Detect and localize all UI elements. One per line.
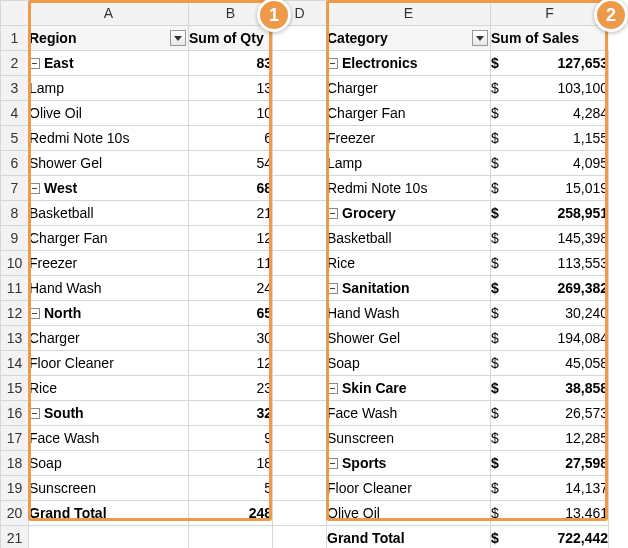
empty-cell[interactable] [273, 226, 327, 251]
region-item[interactable]: Charger [29, 326, 189, 351]
row-header[interactable]: 15 [1, 376, 29, 401]
grand-total-label[interactable]: Grand Total [327, 526, 491, 549]
row-header[interactable]: 20 [1, 501, 29, 526]
empty-cell[interactable] [273, 176, 327, 201]
region-group-total[interactable]: 32 [189, 401, 273, 426]
collapse-icon[interactable] [29, 408, 40, 419]
currency-symbol[interactable]: $ [491, 401, 527, 426]
category-item[interactable]: Freezer [327, 126, 491, 151]
currency-symbol[interactable]: $ [491, 376, 527, 401]
category-group-total[interactable]: 258,951 [527, 201, 609, 226]
empty-cell[interactable] [273, 151, 327, 176]
category-group[interactable]: Sports [327, 451, 491, 476]
row-header[interactable]: 4 [1, 101, 29, 126]
currency-symbol[interactable]: $ [491, 251, 527, 276]
region-item-value[interactable]: 12 [189, 351, 273, 376]
currency-symbol[interactable]: $ [491, 301, 527, 326]
row-header[interactable]: 19 [1, 476, 29, 501]
currency-symbol[interactable]: $ [491, 201, 527, 226]
category-item-value[interactable]: 113,553 [527, 251, 609, 276]
region-group[interactable]: North [29, 301, 189, 326]
category-group-total[interactable]: 27,598 [527, 451, 609, 476]
collapse-icon[interactable] [327, 383, 338, 394]
pivot-region-header[interactable]: Region [29, 26, 189, 51]
category-item-value[interactable]: 4,284 [527, 101, 609, 126]
empty-cell[interactable] [273, 251, 327, 276]
category-item[interactable]: Face Wash [327, 401, 491, 426]
empty-cell[interactable] [273, 326, 327, 351]
empty-cell[interactable] [273, 376, 327, 401]
pivot-sumqty-header[interactable]: Sum of Qty [189, 26, 273, 51]
collapse-icon[interactable] [327, 283, 338, 294]
category-item-value[interactable]: 145,398 [527, 226, 609, 251]
category-item-value[interactable]: 26,573 [527, 401, 609, 426]
region-item[interactable]: Face Wash [29, 426, 189, 451]
collapse-icon[interactable] [29, 183, 40, 194]
grand-total-label[interactable]: Grand Total [29, 501, 189, 526]
empty-cell[interactable] [273, 451, 327, 476]
category-item-value[interactable]: 1,155 [527, 126, 609, 151]
region-item[interactable]: Hand Wash [29, 276, 189, 301]
currency-symbol[interactable]: $ [491, 276, 527, 301]
empty-cell[interactable] [189, 526, 273, 549]
category-item[interactable]: Soap [327, 351, 491, 376]
category-item[interactable]: Redmi Note 10s [327, 176, 491, 201]
region-group[interactable]: East [29, 51, 189, 76]
category-item-value[interactable]: 15,019 [527, 176, 609, 201]
currency-symbol[interactable]: $ [491, 76, 527, 101]
row-header[interactable]: 6 [1, 151, 29, 176]
category-item-value[interactable]: 13,461 [527, 501, 609, 526]
category-group[interactable]: Skin Care [327, 376, 491, 401]
category-group-total[interactable]: 127,653 [527, 51, 609, 76]
category-item-value[interactable]: 194,084 [527, 326, 609, 351]
category-item[interactable]: Lamp [327, 151, 491, 176]
region-item[interactable]: Lamp [29, 76, 189, 101]
region-item[interactable]: Soap [29, 451, 189, 476]
region-item-value[interactable]: 5 [189, 476, 273, 501]
region-item-value[interactable]: 9 [189, 426, 273, 451]
category-item[interactable]: Rice [327, 251, 491, 276]
region-item-value[interactable]: 30 [189, 326, 273, 351]
row-header[interactable]: 11 [1, 276, 29, 301]
region-group[interactable]: South [29, 401, 189, 426]
row-header[interactable]: 3 [1, 76, 29, 101]
empty-cell[interactable] [273, 76, 327, 101]
currency-symbol[interactable]: $ [491, 126, 527, 151]
region-item[interactable]: Freezer [29, 251, 189, 276]
empty-cell[interactable] [273, 401, 327, 426]
row-header[interactable]: 21 [1, 526, 29, 549]
category-item-value[interactable]: 14,137 [527, 476, 609, 501]
region-item-value[interactable]: 11 [189, 251, 273, 276]
grand-total-value[interactable]: 722,442 [527, 526, 609, 549]
currency-symbol[interactable]: $ [491, 226, 527, 251]
category-group-total[interactable]: 269,382 [527, 276, 609, 301]
row-header[interactable]: 18 [1, 451, 29, 476]
row-header[interactable]: 10 [1, 251, 29, 276]
region-item[interactable]: Charger Fan [29, 226, 189, 251]
collapse-icon[interactable] [327, 208, 338, 219]
empty-cell[interactable] [273, 301, 327, 326]
region-item-value[interactable]: 10 [189, 101, 273, 126]
currency-symbol[interactable]: $ [491, 501, 527, 526]
row-header[interactable]: 7 [1, 176, 29, 201]
collapse-icon[interactable] [327, 58, 338, 69]
region-item[interactable]: Sunscreen [29, 476, 189, 501]
category-item[interactable]: Charger Fan [327, 101, 491, 126]
empty-cell[interactable] [273, 476, 327, 501]
category-item-value[interactable]: 30,240 [527, 301, 609, 326]
category-group[interactable]: Grocery [327, 201, 491, 226]
pivot-sumsales-header[interactable]: Sum of Sales [491, 26, 609, 51]
currency-symbol[interactable]: $ [491, 101, 527, 126]
empty-cell[interactable] [273, 276, 327, 301]
category-group[interactable]: Electronics [327, 51, 491, 76]
currency-symbol[interactable]: $ [491, 326, 527, 351]
empty-cell[interactable] [273, 101, 327, 126]
pivot-category-header[interactable]: Category [327, 26, 491, 51]
currency-symbol[interactable]: $ [491, 51, 527, 76]
row-header[interactable]: 9 [1, 226, 29, 251]
category-item[interactable]: Olive Oil [327, 501, 491, 526]
region-item-value[interactable]: 18 [189, 451, 273, 476]
grand-total-value[interactable]: 248 [189, 501, 273, 526]
spreadsheet-grid[interactable]: A B D E F 1RegionSum of QtyCategorySum o… [0, 0, 609, 548]
category-item[interactable]: Basketball [327, 226, 491, 251]
